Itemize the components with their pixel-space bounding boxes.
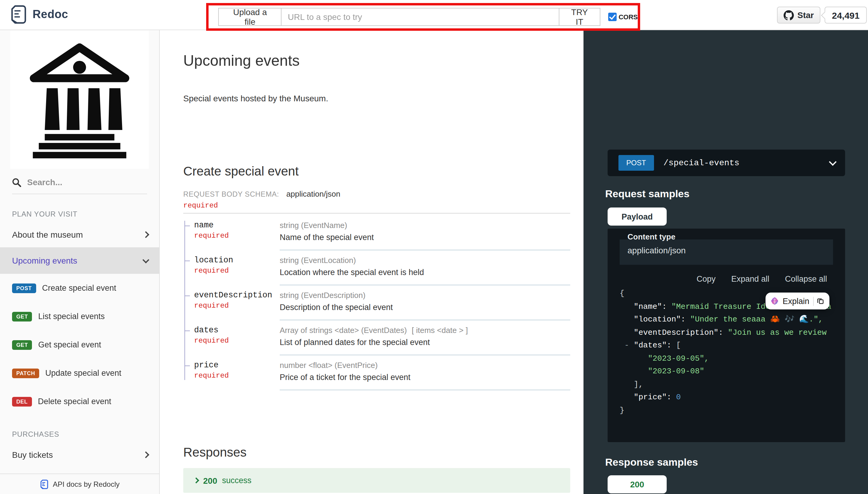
- search-placeholder: Search...: [27, 177, 62, 187]
- sidebar-item-create-special-event[interactable]: POST Create special event: [0, 274, 159, 302]
- tree-tick: [184, 296, 190, 296]
- section-title-plan-your-visit: PLAN YOUR VISIT: [0, 210, 159, 222]
- brand-name: Redoc: [33, 8, 68, 21]
- copy-icon[interactable]: [817, 297, 825, 305]
- tree-tick: [184, 261, 190, 261]
- content-type-value: application/json: [628, 246, 686, 255]
- chevron-down-icon: [829, 158, 836, 165]
- cors-checkbox-checked[interactable]: [608, 13, 617, 21]
- footer-label: API docs by Redocly: [53, 480, 119, 488]
- cors-label: CORS: [618, 13, 638, 20]
- sidebar-item-upcoming-events[interactable]: Upcoming events: [0, 247, 159, 274]
- response-200-row[interactable]: 200 success: [183, 468, 570, 493]
- sidebar-item-delete-special-event[interactable]: DEL Delete special event: [0, 387, 159, 416]
- sidebar-item-list-special-events[interactable]: GET List special events: [0, 302, 159, 330]
- expand-chevron-icon: [193, 477, 199, 483]
- content-type-label: Content type: [628, 232, 675, 241]
- field-required: required: [194, 372, 280, 380]
- field-required: required: [194, 232, 280, 240]
- divider: [813, 297, 813, 305]
- response-samples-title: Response samples: [605, 457, 698, 469]
- field-required: required: [194, 337, 280, 345]
- section-title-purchases: PURCHASES: [0, 430, 159, 442]
- field-name[interactable]: eventDescription: [194, 291, 280, 300]
- field-row-dates: dates required Array of strings <date> (…: [183, 320, 570, 355]
- endpoint-path: /special-events: [663, 158, 739, 168]
- field-description: Description of the special event: [280, 303, 570, 312]
- field-description: Location where the special event is held: [280, 268, 570, 277]
- method-badge: POST: [618, 155, 654, 171]
- cors-control[interactable]: CORS: [608, 13, 638, 21]
- page-title: Upcoming events: [183, 52, 300, 69]
- top-bar: Redoc Upload a file TRY IT CORS Star 24,…: [0, 0, 868, 30]
- sidebar-footer[interactable]: API docs by Redocly: [0, 474, 159, 494]
- chevron-right-icon: [142, 452, 150, 458]
- field-row-eventDescription: eventDescription required string (EventD…: [183, 285, 570, 320]
- tree-tick: [184, 330, 190, 331]
- field-description: Name of the special event: [280, 233, 570, 242]
- tree-tick-elbow: [184, 365, 190, 366]
- annotation-highlight-box: Upload a file TRY IT CORS: [206, 3, 640, 31]
- field-type: Array of strings <date> (EventDates): [280, 326, 407, 335]
- try-it-button[interactable]: TRY IT: [558, 8, 600, 26]
- endpoint-dropdown[interactable]: POST /special-events: [608, 150, 845, 176]
- field-description: List of planned dates for the special ev…: [280, 338, 570, 347]
- request-sample-code-block: Content type application/json Copy Expan…: [608, 229, 845, 442]
- request-samples-title: Request samples: [605, 188, 690, 200]
- field-row-name: name required string (EventName) Name of…: [183, 218, 570, 250]
- response-200-tab[interactable]: 200: [608, 475, 667, 493]
- responses-title: Responses: [183, 445, 246, 460]
- museum-logo: [10, 31, 149, 169]
- operation-title: Create special event: [183, 164, 299, 178]
- tree-tick: [184, 226, 190, 226]
- star-label: Star: [797, 10, 814, 20]
- schema-divider: [183, 213, 570, 213]
- field-type: string (EventLocation): [280, 256, 570, 265]
- field-type: string (EventDescription): [280, 291, 570, 300]
- explain-label: Explain: [783, 297, 810, 305]
- search-field[interactable]: Search...: [12, 177, 147, 194]
- patch-badge: PATCH: [12, 368, 39, 378]
- museum-building-icon: [20, 40, 139, 159]
- field-type: string (EventName): [280, 221, 570, 230]
- brain-icon: [770, 296, 779, 306]
- upload-file-button[interactable]: Upload a file: [218, 8, 282, 26]
- chevron-down-icon: [142, 256, 150, 263]
- response-code: 200: [203, 476, 217, 485]
- field-name[interactable]: location: [194, 256, 280, 265]
- collapse-toggle[interactable]: -: [625, 341, 629, 350]
- redoc-brand: Redoc: [9, 5, 68, 24]
- sidebar-item-get-special-event[interactable]: GET Get special event: [0, 330, 159, 359]
- github-star-button[interactable]: Star: [777, 7, 821, 23]
- search-icon: [12, 178, 21, 187]
- field-name[interactable]: price: [194, 361, 280, 370]
- schema-content-type: application/json: [286, 189, 340, 198]
- field-required: required: [194, 302, 280, 310]
- get-badge: GET: [12, 311, 32, 321]
- expand-all-button[interactable]: Expand all: [731, 274, 769, 284]
- explain-overlay[interactable]: Explain: [766, 292, 829, 309]
- payload-tab[interactable]: Payload: [608, 208, 667, 226]
- sidebar-item-update-special-event[interactable]: PATCH Update special event: [0, 359, 159, 387]
- field-name[interactable]: name: [194, 221, 280, 230]
- copy-button[interactable]: Copy: [696, 274, 715, 284]
- spec-url-input[interactable]: [282, 8, 559, 26]
- right-panel: POST /special-events Request samples Pay…: [584, 30, 868, 494]
- chevron-right-icon: [142, 231, 150, 238]
- field-items: [ items <date > ]: [412, 326, 468, 335]
- sidebar-item-buy-tickets[interactable]: Buy tickets: [0, 442, 159, 468]
- code-actions: Copy Expand all Collapse all: [696, 274, 827, 284]
- main-content: Upcoming events Special events hosted by…: [160, 30, 584, 494]
- github-widget: Star 24,491: [777, 7, 867, 23]
- get-badge: GET: [12, 340, 32, 349]
- post-badge: POST: [12, 283, 36, 293]
- sidebar-item-about-the-museum[interactable]: About the museum: [0, 222, 159, 247]
- github-star-count[interactable]: 24,491: [825, 7, 867, 23]
- collapse-all-button[interactable]: Collapse all: [785, 274, 827, 284]
- redocly-footer-icon: [39, 479, 48, 489]
- sidebar: Search... PLAN YOUR VISIT About the muse…: [0, 30, 160, 494]
- field-type: number <float> (EventPrice): [280, 361, 570, 370]
- field-required: required: [194, 267, 280, 275]
- schema-required-flag: required: [183, 202, 218, 210]
- field-name[interactable]: dates: [194, 326, 280, 335]
